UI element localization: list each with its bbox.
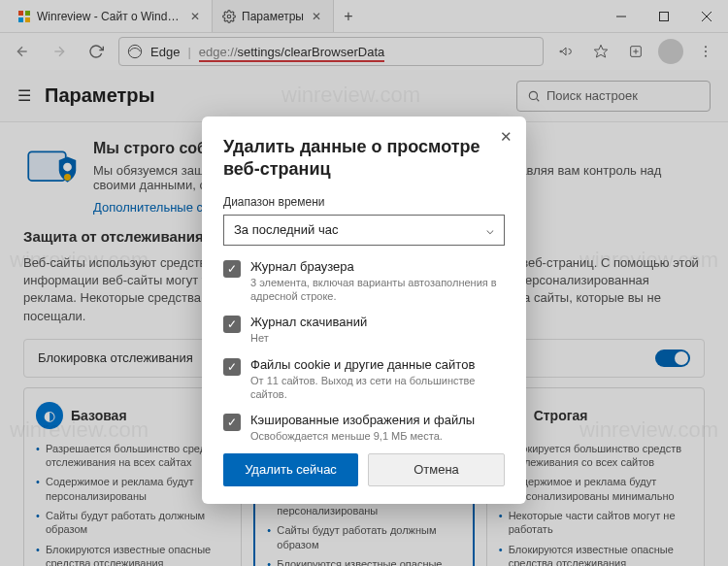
clear-now-button[interactable]: Удалить сейчас <box>223 453 358 486</box>
checkbox-checked-icon[interactable]: ✓ <box>223 358 241 376</box>
dialog-overlay: ✕ Удалить данные о просмотре веб-страниц… <box>0 0 728 566</box>
cancel-button[interactable]: Отмена <box>368 453 505 486</box>
option-download-history[interactable]: ✓ Журнал скачиванийНет <box>223 315 499 345</box>
dialog-close-icon[interactable]: ✕ <box>500 128 513 146</box>
checkbox-checked-icon[interactable]: ✓ <box>223 260 241 278</box>
dialog-title: Удалить данные о просмотре веб-страниц <box>223 136 505 182</box>
option-cookies[interactable]: ✓ Файлы cookie и другие данные сайтовОт … <box>223 357 499 402</box>
clear-data-dialog: ✕ Удалить данные о просмотре веб-страниц… <box>202 117 526 504</box>
checkbox-checked-icon[interactable]: ✓ <box>223 316 241 333</box>
chevron-down-icon: ⌵ <box>486 222 494 237</box>
options-scroll-area[interactable]: ✓ Журнал браузера3 элемента, включая вар… <box>223 259 505 446</box>
time-range-value: За последний час <box>234 222 338 237</box>
option-cached-files[interactable]: ✓ Кэшированные изображения и файлыОсвобо… <box>223 413 499 446</box>
checkbox-checked-icon[interactable]: ✓ <box>223 414 241 431</box>
time-range-select[interactable]: За последний час ⌵ <box>223 215 505 246</box>
option-browsing-history[interactable]: ✓ Журнал браузера3 элемента, включая вар… <box>223 259 499 304</box>
time-range-label: Диапазон времени <box>223 195 505 209</box>
